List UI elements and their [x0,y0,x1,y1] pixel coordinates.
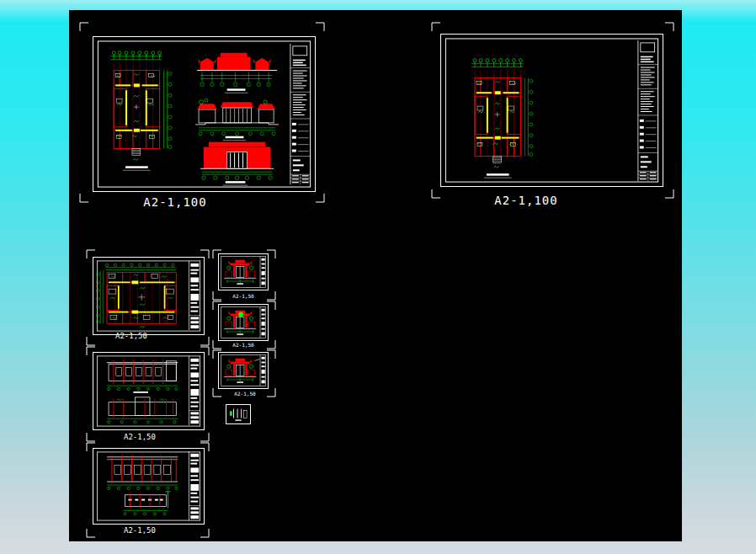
desktop-background: { "app": { "view": "cad-model-space" }, … [0,0,756,554]
gate-detail-a-drawing [219,254,268,290]
sheet-elevations-a[interactable] [93,352,205,430]
sheet-label-elevations-a: A2-1,50 [106,433,173,441]
sheet-plan-and-elevations[interactable] [93,36,316,192]
sheet-label-plan-50: A2-1,50 [98,332,165,340]
detail-fragment-drawing [226,405,250,423]
gate-detail-c-drawing [219,353,268,388]
sheet-label-gate-b: A2-1,50 [222,342,264,348]
sheet-elevations-b[interactable] [93,448,205,525]
plan-50-drawing [93,258,204,334]
sheet-label-floor-plan: A2-1,100 [484,194,568,207]
sheet-gate-detail-a[interactable] [218,253,269,290]
sheet-label-plan-elevations: A2-1,100 [133,195,217,209]
sheet-label-elevations-b: A2-1,50 [106,526,173,535]
floor-plan-drawing [441,35,663,186]
sheet-gate-detail-b[interactable] [218,304,269,341]
plan-elevations-drawing [93,37,315,191]
cad-canvas[interactable]: A2-1,100 A2-1,100 A2-1,50 A2-1,50 A2-1,5… [69,10,682,541]
sheet-label-gate-a: A2-1,50 [222,293,264,299]
sheet-label-gate-c: A2-1,50 [224,391,266,397]
sheet-plan-50[interactable] [93,257,205,335]
elevations-a-drawing [93,353,204,429]
detail-fragment[interactable] [226,404,251,424]
elevations-b-drawing [93,449,204,524]
gate-detail-b-drawing [219,305,268,340]
sheet-gate-detail-c[interactable] [218,352,269,389]
sheet-floor-plan[interactable] [440,34,663,187]
